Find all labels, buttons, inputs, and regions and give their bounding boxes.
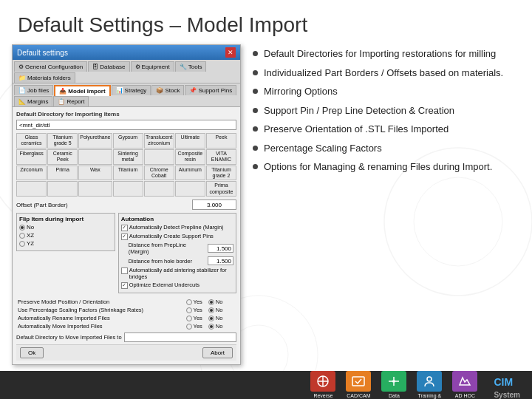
auto-optimize-row[interactable]: Optimize External Undercuts — [121, 282, 233, 289]
option-rename-no[interactable]: No — [208, 315, 223, 321]
mat-aluminum[interactable]: Aluminum — [175, 166, 205, 181]
auto-detect-label: Automatically Detect Prepline (Margin) — [129, 224, 224, 231]
training-icon — [417, 371, 442, 392]
dist-prepline-row: Distance from PrepLine (Margin) — [121, 242, 233, 255]
option-move-no[interactable]: No — [208, 323, 223, 330]
auto-detect-checkbox[interactable] — [121, 225, 128, 231]
dir-section-label: Default Directory for Importing Items — [16, 111, 236, 117]
bottom-icons-group: Reverse Engineering CAD/CAM Systems Data… — [309, 371, 479, 399]
tab-strategy[interactable]: 📊 Strategy — [112, 85, 151, 95]
mat-empty8 — [175, 181, 205, 197]
bullet-text-5: Preserve Orientation of .STL Files Impor… — [264, 123, 449, 136]
bottom-icon-cadcam[interactable]: CAD/CAM Systems — [344, 371, 372, 399]
dialog-title: Default settings — [17, 49, 68, 57]
mat-translucent-zir[interactable]: Translucent zirconium — [144, 133, 174, 149]
dist-prepline-input[interactable] — [208, 244, 233, 253]
jobfiles-icon: 📄 — [18, 87, 26, 94]
radio-xz[interactable]: XZ — [19, 232, 112, 239]
radio-yz-btn[interactable] — [19, 241, 25, 247]
auto-optimize-checkbox[interactable] — [121, 282, 128, 289]
mat-ultimate[interactable]: Ultimate — [175, 133, 205, 149]
option-move-yes[interactable]: Yes — [186, 323, 202, 330]
offset-input[interactable] — [192, 200, 236, 210]
tab-report[interactable]: 📋 Report — [53, 96, 89, 106]
bottom-icon-reverse[interactable]: Reverse Engineering — [309, 371, 337, 399]
option-scaling-no[interactable]: No — [208, 307, 223, 313]
flip-group: Flip Item during import No XZ — [16, 213, 115, 251]
auto-create-row[interactable]: Automatically Create Support Pins — [121, 233, 233, 240]
radio-yz[interactable]: YZ — [19, 240, 112, 247]
dialog-tabs-row1: ⚙ General Configuration 🗄 Database ⚙ Equ… — [13, 60, 240, 83]
bullet-text-2: Individualized Part Borders / Offsets ba… — [264, 66, 503, 80]
bottom-icon-data[interactable]: Data Transmission — [380, 371, 408, 399]
radio-no[interactable]: No — [19, 224, 112, 231]
bullet-dot-5 — [253, 126, 258, 132]
mat-titanium5[interactable]: Titanium grade 5 — [47, 133, 78, 149]
bullet-list: Default Directories for Importing restor… — [253, 47, 520, 174]
tab-general-configuration[interactable]: ⚙ General Configuration — [14, 61, 87, 72]
radio-no-btn[interactable] — [19, 225, 25, 231]
option-preserve-no[interactable]: No — [208, 299, 223, 305]
mat-sintering[interactable]: Sintering metal — [113, 149, 143, 165]
ok-button[interactable]: Ok — [20, 347, 44, 358]
bullet-dot-2 — [253, 70, 258, 75]
auto-sintering-checkbox[interactable] — [121, 267, 128, 274]
auto-sintering-row[interactable]: Automatically add sintering stabilizer f… — [121, 267, 233, 280]
mat-ceramic-peek[interactable]: Ceramic Peek — [47, 149, 78, 165]
dialog-close-button[interactable]: ✕ — [225, 47, 236, 58]
mat-composite[interactable]: Composite resin — [175, 149, 205, 165]
bottom-icon-adhoc[interactable]: AD HOC Solutions — [451, 371, 479, 399]
abort-button[interactable]: Abort — [202, 347, 233, 358]
tab-tools[interactable]: 🔧 Tools — [175, 61, 207, 72]
tab-support-pins[interactable]: 📌 Support Pins — [185, 85, 236, 95]
bullet-item-2: Individualized Part Borders / Offsets ba… — [253, 66, 520, 80]
mat-titanium[interactable]: Titanium — [113, 166, 143, 181]
tab-margins[interactable]: 📐 Margins — [14, 96, 52, 106]
bottom-icon-training[interactable]: Training & Consulting — [415, 371, 443, 399]
strategy-icon: 📊 — [116, 87, 123, 94]
mat-peek[interactable]: Peek — [206, 133, 236, 149]
auto-create-checkbox[interactable] — [121, 233, 128, 240]
mat-zirconium[interactable]: Zirconium — [16, 166, 47, 181]
option-scaling-yes[interactable]: Yes — [186, 307, 202, 313]
mat-polyurethane[interactable]: Polyurethane — [78, 133, 112, 149]
move-dir-input[interactable] — [124, 332, 236, 342]
option-rename-yes[interactable]: Yes — [186, 315, 202, 321]
tab-equipment[interactable]: ⚙ Equipment — [131, 61, 174, 72]
move-dir-label: Default Directory to Move Imported Files… — [16, 334, 122, 341]
offset-row: Offset (Part Border) — [16, 200, 236, 210]
mat-prima[interactable]: Prima — [47, 166, 78, 181]
mat-empty3 — [16, 181, 47, 197]
gear-icon: ⚙ — [18, 64, 24, 70]
tab-job-files[interactable]: 📄 Job files — [14, 85, 53, 95]
bullet-item-7: Options for Managing & renaming Files du… — [253, 160, 520, 174]
modelimport-icon: 📥 — [59, 88, 66, 95]
cim-logo: CIM System — [494, 376, 520, 399]
radio-xz-btn[interactable] — [19, 233, 25, 239]
mat-vita[interactable]: VITA ENAMIC — [206, 149, 236, 165]
dir-input[interactable] — [16, 120, 236, 130]
tab-materials-folders[interactable]: 📁 Materials folders — [14, 72, 75, 83]
move-dir-row: Default Directory to Move Imported Files… — [16, 332, 236, 342]
mat-fiberglass[interactable]: Fiberglass — [16, 149, 47, 165]
mat-chrome[interactable]: Chrome Cobalt — [144, 166, 174, 181]
tab-model-import[interactable]: 📥 Model Import — [54, 85, 110, 96]
dist-hole-input[interactable] — [208, 256, 233, 265]
bullet-text-3: Mirroring Options — [264, 85, 338, 98]
mat-wax[interactable]: Wax — [78, 166, 112, 181]
option-move: Automatically Move Imported Files Yes No — [16, 322, 236, 330]
mat-titanium2[interactable]: Titanium grade 2 — [206, 166, 236, 181]
mat-glass-ceramics[interactable]: Glass ceramics — [16, 133, 47, 149]
option-preserve-yes[interactable]: Yes — [186, 299, 202, 305]
offset-label: Offset (Part Border) — [16, 202, 68, 208]
dialog-window: Default settings ✕ ⚙ General Configurati… — [12, 44, 241, 365]
bullet-item-4: Support Pin / Prep Line Detection & Crea… — [253, 104, 520, 117]
folder-icon: 📁 — [18, 75, 26, 81]
tab-database[interactable]: 🗄 Database — [88, 61, 129, 72]
mat-gypsum[interactable]: Gypsum — [113, 133, 143, 149]
auto-detect-row[interactable]: Automatically Detect Prepline (Margin) — [121, 224, 233, 231]
tab-stock[interactable]: 📦 Stock — [151, 85, 184, 95]
bullet-item-3: Mirroring Options — [253, 85, 520, 98]
database-icon: 🗄 — [92, 64, 98, 70]
mat-prima-composite[interactable]: Prima composite — [206, 181, 236, 197]
